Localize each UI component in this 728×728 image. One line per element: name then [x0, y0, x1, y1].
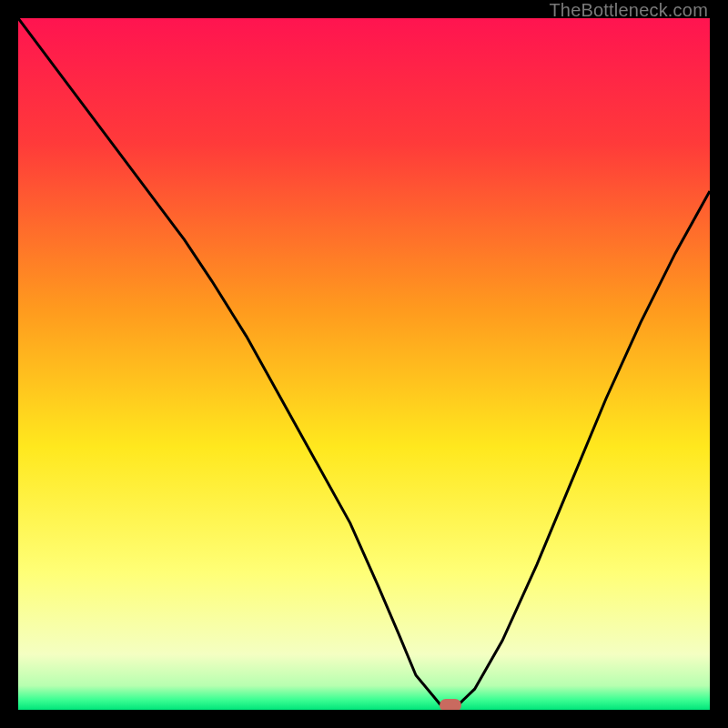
- curve-layer: [18, 18, 710, 710]
- plot-area: [18, 18, 710, 710]
- bottleneck-curve: [18, 18, 710, 705]
- watermark-text: TheBottleneck.com: [549, 0, 708, 21]
- highlight-marker: [440, 699, 461, 710]
- chart-frame: TheBottleneck.com: [0, 0, 728, 728]
